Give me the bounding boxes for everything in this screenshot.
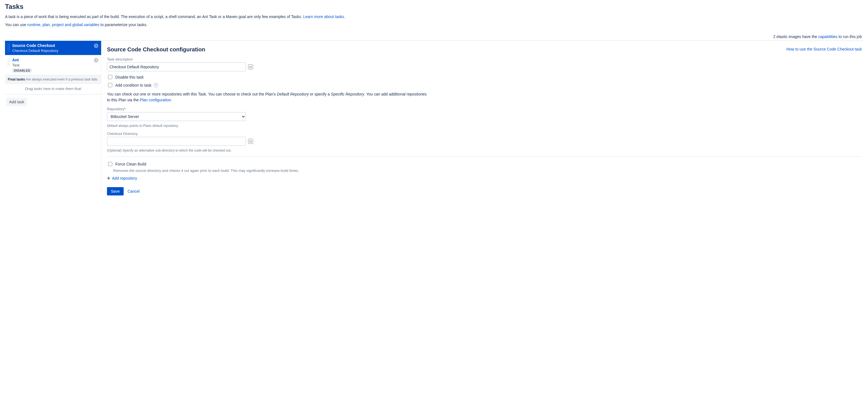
plan-configuration-link[interactable]: Plan configuration [140, 98, 171, 102]
task-item-ant[interactable]: Ant Task DISABLED ✕ [5, 55, 101, 75]
form-actions: Save Cancel [107, 187, 862, 196]
task-item-title: Source Code Checkout [12, 43, 92, 48]
add-condition-label: Add condition to task [115, 83, 151, 88]
task-description-label: Task description [107, 57, 862, 61]
how-to-use-link[interactable]: How to use the Source Code Checkout task [786, 47, 862, 52]
force-clean-label: Force Clean Build [115, 162, 146, 166]
checkout-directory-hint: (Optional) Specify an alternative sub-di… [107, 148, 862, 153]
help-icon[interactable]: ? [154, 83, 158, 88]
remove-task-icon[interactable]: ✕ [94, 43, 98, 48]
disable-task-checkbox[interactable] [108, 75, 112, 79]
add-condition-row: Add condition to task ? [107, 82, 862, 88]
tasks-page: Tasks A task is a piece of work that is … [0, 0, 868, 206]
checkout-directory-row [107, 137, 862, 146]
main-content: Source Code Checkout Checkout Default Re… [5, 40, 863, 196]
final-tasks-label: Final tasks [8, 77, 25, 81]
task-config-panel: Source Code Checkout configuration How t… [101, 41, 863, 196]
force-clean-hint: Removes the source directory and checks … [113, 169, 862, 173]
repository-description: You can check out one or more repositori… [107, 91, 429, 103]
elastic-capabilities-line: 2 elastic images have the capabilities t… [5, 34, 863, 39]
drag-handle-icon[interactable] [7, 43, 10, 52]
intro-line-1: A task is a piece of work that is being … [5, 14, 863, 20]
page-title: Tasks [5, 3, 863, 10]
panel-header: Source Code Checkout configuration How t… [107, 46, 862, 57]
remove-task-icon[interactable]: ✕ [94, 58, 98, 63]
add-repository-link[interactable]: Add repository [112, 176, 137, 180]
cancel-button[interactable]: Cancel [127, 189, 140, 194]
task-description-input[interactable] [107, 63, 246, 71]
task-item-subtitle: Checkout Default Repository [12, 48, 92, 53]
final-tasks-header: Final tasks Are always executed even if … [5, 75, 101, 84]
repository-select[interactable]: Bitbucket Server [107, 112, 246, 121]
save-button[interactable]: Save [107, 187, 124, 196]
add-task-button[interactable]: Add task [6, 98, 27, 106]
disable-task-label: Disable this task [115, 75, 144, 79]
add-condition-checkbox[interactable] [108, 83, 112, 87]
intro-post: . [344, 14, 345, 19]
elastic-post: to run this job [837, 34, 862, 39]
repository-label: Repository* [107, 107, 862, 111]
disabled-badge: DISABLED [12, 68, 32, 73]
task-item-titles: Ant Task DISABLED [12, 58, 92, 73]
learn-more-link[interactable]: Learn more about tasks [303, 14, 344, 19]
add-repository-row: ✚ Add repository [107, 176, 862, 180]
panel-title: Source Code Checkout configuration [107, 46, 205, 53]
task-item-title: Ant [12, 58, 92, 63]
drag-handle-icon[interactable] [7, 58, 10, 66]
elastic-pre: 2 elastic images have the [773, 34, 818, 39]
task-description-row [107, 63, 862, 71]
repository-row: Bitbucket Server [107, 112, 862, 121]
plus-icon: ✚ [107, 176, 110, 180]
task-item-subtitle: Task [12, 63, 92, 67]
final-tasks-desc: Are always executed even if a previous t… [26, 77, 97, 81]
final-tasks-dropzone[interactable]: Drag tasks here to make them final [5, 84, 101, 94]
force-clean-checkbox[interactable] [108, 162, 112, 166]
force-clean-row: Force Clean Build [107, 161, 862, 167]
param-post: to parameterize your tasks. [99, 23, 148, 27]
task-list: Source Code Checkout Checkout Default Re… [5, 41, 101, 196]
checkout-directory-input[interactable] [107, 137, 246, 146]
disable-task-row: Disable this task [107, 74, 862, 80]
task-item-titles: Source Code Checkout Checkout Default Re… [12, 43, 92, 53]
capabilities-link[interactable]: capabilities [818, 34, 837, 39]
insert-variable-icon[interactable] [248, 139, 253, 144]
divider [107, 156, 862, 157]
intro-line-2: You can use runtime, plan, project and g… [5, 22, 863, 28]
repository-hint: Default always points to Plans default r… [107, 124, 862, 128]
intro-pre: A task is a piece of work that is being … [5, 14, 303, 19]
param-pre: You can use [5, 23, 27, 27]
checkout-directory-label: Checkout Directory [107, 132, 862, 136]
task-item-source-code-checkout[interactable]: Source Code Checkout Checkout Default Re… [5, 41, 101, 55]
insert-variable-icon[interactable] [248, 64, 253, 69]
variables-link[interactable]: runtime, plan, project and global variab… [27, 23, 99, 27]
